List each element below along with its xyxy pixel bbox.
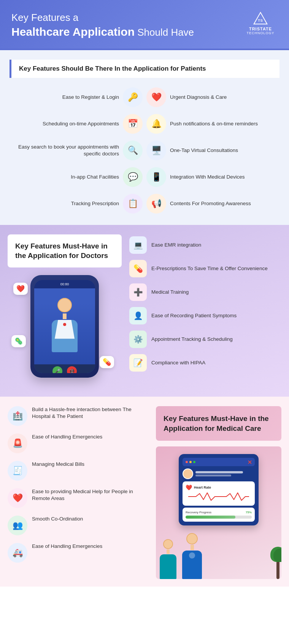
svg-text:TS: TS bbox=[258, 19, 263, 22]
doctors-title-box: Key Features Must-Have in the Applicatio… bbox=[8, 234, 122, 267]
header-title: Key Features a Healthcare Application Sh… bbox=[11, 11, 194, 39]
doctor-feat-text-2: E-Prescriptions To Save Time & Offer Con… bbox=[151, 265, 268, 272]
medical-feature-list: 🏥 Build a Hassle-free interaction betwee… bbox=[8, 406, 148, 563]
feature-text-4: In-app Chat Facilities bbox=[71, 174, 119, 180]
medical-title-box: Key Features Must-Have in the Applicatio… bbox=[156, 406, 281, 441]
patient-feature-r2: 🔔 Push notifications & on-time reminders bbox=[146, 114, 279, 134]
symptoms-icon: 👤 bbox=[129, 307, 147, 324]
patient-feature-3: 🔍 Easy search to book your appointments … bbox=[10, 141, 143, 160]
logo-line1: TRISTATE bbox=[249, 27, 272, 31]
patient-feature-r4: 📱 Integration With Medical Devices bbox=[146, 167, 279, 187]
patient-feature-r3: 🖥️ One-Tap Virtual Consultations bbox=[146, 141, 279, 160]
doctor-feat-text-5: Appointment Tracking & Scheduling bbox=[151, 336, 233, 343]
medical-feat-text-4: Ease to providing Medical Help for Peopl… bbox=[32, 488, 148, 502]
section-patients: Key Features Should Be There In the Appl… bbox=[0, 50, 289, 225]
feature-text-2: Scheduling on-time Appointments bbox=[43, 120, 119, 127]
patient-feature-r1: ❤️ Urgent Diagnosis & Care bbox=[146, 87, 279, 107]
medical-right-col: Key Features Must-Have in the Applicatio… bbox=[156, 406, 281, 579]
patients-title-box: Key Features Should Be There In the Appl… bbox=[10, 60, 279, 78]
medical-feat-text-3: Managing Medical Bills bbox=[32, 461, 84, 468]
header-title-line3: Should Have bbox=[137, 27, 194, 38]
phone-time: 00:80 bbox=[60, 282, 69, 286]
phone-controls: 🎤 📵 bbox=[34, 364, 95, 373]
feature-text-5: Tracking Prescription bbox=[71, 200, 119, 207]
feature-text-r3: One-Tap Virtual Consultations bbox=[170, 147, 238, 154]
doctors-section-title: Key Features Must-Have in the Applicatio… bbox=[15, 241, 114, 261]
doctor-feat-text-1: Ease EMR integration bbox=[151, 242, 201, 248]
medical-feature-4: ❤️ Ease to providing Medical Help for Pe… bbox=[8, 488, 148, 508]
devices-icon: 📱 bbox=[146, 167, 166, 187]
float-pill-card: 💊 bbox=[100, 356, 114, 368]
hospital-icon: 🏥 bbox=[8, 406, 27, 426]
appointment-tracking-icon: ⚙️ bbox=[129, 331, 147, 348]
phone-doctor-image bbox=[34, 288, 95, 364]
ambulance-icon: 🚑 bbox=[8, 543, 27, 563]
patient-feature-5: 📋 Tracking Prescription bbox=[10, 194, 143, 214]
doctor-feature-3: ➕ Medical Training bbox=[129, 283, 281, 301]
logo-icon: TS bbox=[253, 11, 268, 25]
prescription-icon: 📋 bbox=[123, 194, 143, 214]
logo-line2: TECHNOLOGY bbox=[246, 31, 274, 35]
doctor-feat-text-4: Ease of Recording Patient Symptoms bbox=[151, 312, 237, 319]
person-figures bbox=[160, 533, 202, 579]
bills-icon: 🧾 bbox=[8, 461, 27, 481]
doctor-feature-5: ⚙️ Appointment Tracking & Scheduling bbox=[129, 331, 281, 348]
feature-text-1: Ease to Register & Login bbox=[62, 94, 119, 101]
patients-features-grid: 🔑 Ease to Register & Login ❤️ Urgent Dia… bbox=[10, 87, 279, 214]
remote-help-icon: ❤️ bbox=[8, 488, 27, 508]
medical-feat-text-2: Ease of Handling Emergencies bbox=[32, 434, 102, 440]
plant-figure bbox=[276, 560, 279, 579]
patients-section-title: Key Features Should Be There In the Appl… bbox=[19, 65, 272, 73]
medical-section-title: Key Features Must-Have in the Applicatio… bbox=[164, 414, 274, 433]
hipaa-icon: 📝 bbox=[129, 354, 147, 372]
dashboard-screen: ❌ ❤️ Heart Rate bbox=[179, 454, 259, 525]
doctor-feature-4: 👤 Ease of Recording Patient Symptoms bbox=[129, 307, 281, 324]
doctor-feat-text-6: Compliance with HIPAA bbox=[151, 359, 205, 366]
emergency-icon: 🚨 bbox=[8, 434, 27, 453]
phone-screen: 00:80 bbox=[34, 280, 95, 373]
section-doctors: Key Features Must-Have in the Applicatio… bbox=[0, 225, 289, 397]
phone-body: 00:80 bbox=[30, 275, 99, 378]
feature-text-r4: Integration With Medical Devices bbox=[170, 174, 245, 180]
medical-left-col: 🏥 Build a Hassle-free interaction betwee… bbox=[8, 406, 148, 579]
medical-feat-text-6: Ease of Handling Emergencies bbox=[32, 543, 102, 550]
register-icon: 🔑 bbox=[123, 87, 143, 107]
virtual-consult-icon: 🖥️ bbox=[146, 141, 166, 160]
patient-feature-4: 💬 In-app Chat Facilities bbox=[10, 167, 143, 187]
diagnosis-icon: ❤️ bbox=[146, 87, 166, 107]
progress-label: 75% bbox=[246, 511, 252, 514]
phone-status-bar: 00:80 bbox=[34, 280, 95, 288]
phone-call-btn: 🎤 bbox=[52, 366, 62, 373]
scheduling-icon: 📅 bbox=[123, 114, 143, 134]
section-medical-care: 🏥 Build a Hassle-free interaction betwee… bbox=[0, 397, 289, 587]
feature-text-r1: Urgent Diagnosis & Care bbox=[170, 94, 227, 101]
training-icon: ➕ bbox=[129, 283, 147, 301]
patient-feature-r5: 📢 Contents For Promoting Awareness bbox=[146, 194, 279, 214]
float-heart-card: ❤️ bbox=[13, 283, 28, 295]
svg-marker-0 bbox=[254, 13, 267, 24]
feature-text-3: Easy search to book your appointments wi… bbox=[10, 144, 119, 157]
phone-end-btn: 📵 bbox=[67, 366, 77, 373]
awareness-icon: 📢 bbox=[146, 194, 166, 214]
float-virus-card: 🦠 bbox=[11, 335, 26, 347]
medical-feat-text-1: Build a Hassle-free interaction between … bbox=[32, 406, 148, 420]
medical-illustration: ❌ ❤️ Heart Rate bbox=[156, 446, 281, 579]
eprescription-icon: 💊 bbox=[129, 260, 147, 277]
doctor-feature-6: 📝 Compliance with HIPAA bbox=[129, 354, 281, 372]
doctor-feat-text-3: Medical Training bbox=[151, 289, 189, 296]
feature-text-r2: Push notifications & on-time reminders bbox=[170, 120, 258, 127]
medical-feature-1: 🏥 Build a Hassle-free interaction betwee… bbox=[8, 406, 148, 426]
header: Key Features a Healthcare Application Sh… bbox=[0, 0, 289, 49]
header-title-line1: Key Features a bbox=[11, 12, 78, 23]
doctors-left-col: Key Features Must-Have in the Applicatio… bbox=[8, 234, 122, 389]
patient-feature-1: 🔑 Ease to Register & Login bbox=[10, 87, 143, 107]
medical-feature-6: 🚑 Ease of Handling Emergencies bbox=[8, 543, 148, 563]
medical-feature-5: 👥 Smooth Co-Ordination bbox=[8, 516, 148, 535]
ecg-line bbox=[186, 492, 252, 501]
header-title-bold: Healthcare Application bbox=[11, 25, 135, 38]
coordination-icon: 👥 bbox=[8, 516, 27, 535]
phone-illustration: 00:80 bbox=[19, 275, 110, 389]
notification-icon: 🔔 bbox=[146, 114, 166, 134]
doctors-right-col: 💻 Ease EMR integration 💊 E-Prescriptions… bbox=[129, 234, 281, 389]
search-icon: 🔍 bbox=[123, 141, 143, 160]
